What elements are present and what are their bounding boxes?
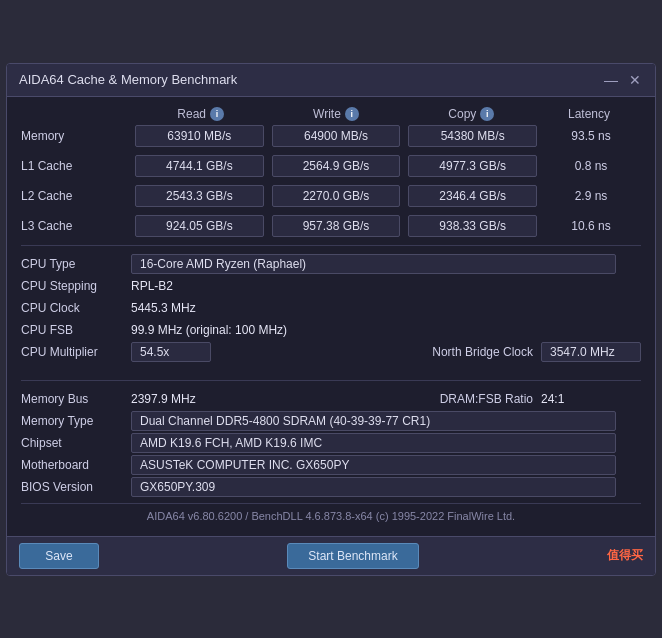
chipset-row: Chipset AMD K19.6 FCH, AMD K19.6 IMC: [21, 433, 641, 453]
motherboard-row: Motherboard ASUSTeK COMPUTER INC. GX650P…: [21, 455, 641, 475]
l2-latency: 2.9 ns: [541, 189, 641, 203]
title-bar: AIDA64 Cache & Memory Benchmark — ✕: [7, 64, 655, 97]
l2-row: L2 Cache 2543.3 GB/s 2270.0 GB/s 2346.4 …: [21, 185, 641, 207]
latency-header: Latency: [539, 107, 639, 121]
memory-copy: 54380 MB/s: [408, 125, 537, 147]
read-info-icon[interactable]: i: [210, 107, 224, 121]
memory-bus-row: Memory Bus 2397.9 MHz DRAM:FSB Ratio 24:…: [21, 389, 641, 409]
table-header: Read i Write i Copy i Latency: [21, 107, 641, 121]
minimize-button[interactable]: —: [603, 72, 619, 88]
write-header: Write i: [268, 107, 403, 121]
cpu-clock-value: 5445.3 MHz: [131, 301, 641, 315]
bios-row: BIOS Version GX650PY.309: [21, 477, 641, 497]
save-button[interactable]: Save: [19, 543, 99, 569]
memory-write: 64900 MB/s: [272, 125, 401, 147]
l1-write: 2564.9 GB/s: [272, 155, 401, 177]
write-info-icon[interactable]: i: [345, 107, 359, 121]
cpu-multiplier-value: 54.5x: [131, 342, 211, 362]
l3-latency: 10.6 ns: [541, 219, 641, 233]
l3-read: 924.05 GB/s: [135, 215, 264, 237]
cpu-stepping-label: CPU Stepping: [21, 279, 131, 293]
l2-write: 2270.0 GB/s: [272, 185, 401, 207]
memory-read: 63910 MB/s: [135, 125, 264, 147]
copy-header: Copy i: [404, 107, 539, 121]
cpu-clock-label: CPU Clock: [21, 301, 131, 315]
copy-info-icon[interactable]: i: [480, 107, 494, 121]
l1-label: L1 Cache: [21, 159, 131, 173]
l2-copy: 2346.4 GB/s: [408, 185, 537, 207]
l2-label: L2 Cache: [21, 189, 131, 203]
memory-type-row: Memory Type Dual Channel DDR5-4800 SDRAM…: [21, 411, 641, 431]
chipset-label: Chipset: [21, 436, 131, 450]
memory-row: Memory 63910 MB/s 64900 MB/s 54380 MB/s …: [21, 125, 641, 147]
north-bridge-label: North Bridge Clock: [411, 345, 541, 359]
l3-label: L3 Cache: [21, 219, 131, 233]
memory-type-value: Dual Channel DDR5-4800 SDRAM (40-39-39-7…: [131, 411, 616, 431]
l2-read: 2543.3 GB/s: [135, 185, 264, 207]
cpu-multiplier-label: CPU Multiplier: [21, 345, 131, 359]
memory-bus-value: 2397.9 MHz: [131, 392, 411, 406]
l3-copy: 938.33 GB/s: [408, 215, 537, 237]
cpu-stepping-row: CPU Stepping RPL-B2: [21, 276, 641, 296]
memory-bus-label: Memory Bus: [21, 392, 131, 406]
memory-latency: 93.5 ns: [541, 129, 641, 143]
north-bridge-value: 3547.0 MHz: [541, 342, 641, 362]
window-controls: — ✕: [603, 72, 643, 88]
l1-read: 4744.1 GB/s: [135, 155, 264, 177]
cpu-type-value: 16-Core AMD Ryzen (Raphael): [131, 254, 616, 274]
l3-row: L3 Cache 924.05 GB/s 957.38 GB/s 938.33 …: [21, 215, 641, 237]
l1-copy: 4977.3 GB/s: [408, 155, 537, 177]
cpu-clock-row: CPU Clock 5445.3 MHz: [21, 298, 641, 318]
bios-label: BIOS Version: [21, 480, 131, 494]
motherboard-label: Motherboard: [21, 458, 131, 472]
main-content: Read i Write i Copy i Latency Memory 639…: [7, 97, 655, 536]
window-title: AIDA64 Cache & Memory Benchmark: [19, 72, 237, 87]
read-header: Read i: [133, 107, 268, 121]
motherboard-value: ASUSTeK COMPUTER INC. GX650PY: [131, 455, 616, 475]
mem-info-section: Memory Bus 2397.9 MHz DRAM:FSB Ratio 24:…: [21, 389, 641, 497]
footer-text: AIDA64 v6.80.6200 / BenchDLL 4.6.873.8-x…: [21, 503, 641, 526]
cpu-multiplier-row: CPU Multiplier 54.5x North Bridge Clock …: [21, 342, 641, 362]
bottom-bar: Save Start Benchmark 值得买: [7, 536, 655, 575]
cpu-type-label: CPU Type: [21, 257, 131, 271]
bios-value: GX650PY.309: [131, 477, 616, 497]
memory-label: Memory: [21, 129, 131, 143]
cpu-fsb-value: 99.9 MHz (original: 100 MHz): [131, 323, 641, 337]
cpu-fsb-row: CPU FSB 99.9 MHz (original: 100 MHz): [21, 320, 641, 340]
close-button[interactable]: ✕: [627, 72, 643, 88]
cpu-fsb-label: CPU FSB: [21, 323, 131, 337]
main-window: AIDA64 Cache & Memory Benchmark — ✕ Read…: [6, 63, 656, 576]
cpu-type-row: CPU Type 16-Core AMD Ryzen (Raphael): [21, 254, 641, 274]
chipset-value: AMD K19.6 FCH, AMD K19.6 IMC: [131, 433, 616, 453]
cpu-stepping-value: RPL-B2: [131, 279, 641, 293]
memory-type-label: Memory Type: [21, 414, 131, 428]
dram-fsb-value: 24:1: [541, 392, 641, 406]
l1-latency: 0.8 ns: [541, 159, 641, 173]
cpu-info-section: CPU Type 16-Core AMD Ryzen (Raphael) CPU…: [21, 254, 641, 362]
dram-fsb-label: DRAM:FSB Ratio: [411, 392, 541, 406]
l1-row: L1 Cache 4744.1 GB/s 2564.9 GB/s 4977.3 …: [21, 155, 641, 177]
start-benchmark-button[interactable]: Start Benchmark: [287, 543, 418, 569]
l3-write: 957.38 GB/s: [272, 215, 401, 237]
watermark: 值得买: [607, 547, 643, 564]
